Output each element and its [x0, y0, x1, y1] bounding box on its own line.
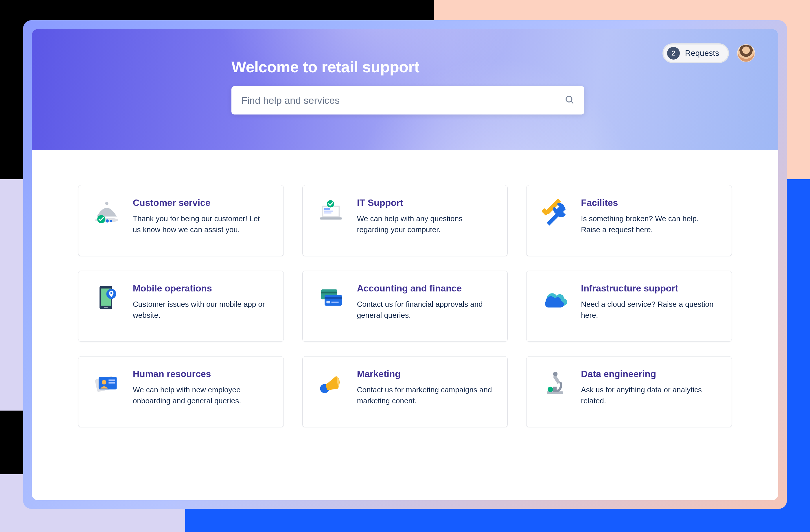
card-title: Customer service — [133, 198, 270, 208]
card-desc: Is something broken? We can help. Raise … — [581, 213, 718, 235]
search-icon — [565, 95, 574, 106]
portal-panel: 2 Requests Welcome to retail support — [32, 29, 778, 500]
svg-rect-22 — [321, 292, 337, 294]
svg-rect-34 — [553, 387, 557, 392]
svg-rect-26 — [331, 302, 338, 303]
card-desc: Contact us for financial approvals and g… — [357, 299, 494, 321]
card-title: Human resources — [133, 369, 270, 379]
card-desc: Contact us for marketing campaigns and m… — [357, 384, 494, 406]
svg-point-29 — [102, 380, 107, 384]
card-marketing[interactable]: Marketing Contact us for marketing campa… — [302, 356, 508, 427]
svg-point-3 — [105, 202, 109, 205]
card-desc: Need a cloud service? Raise a question h… — [581, 299, 718, 321]
svg-rect-23 — [325, 295, 342, 306]
svg-point-36 — [548, 387, 553, 392]
microscope-icon — [540, 369, 569, 398]
card-desc: We can help with new employee onboarding… — [133, 384, 270, 406]
svg-point-5 — [106, 219, 109, 222]
svg-point-35 — [553, 372, 558, 377]
svg-point-13 — [327, 200, 334, 207]
tools-icon — [540, 198, 569, 227]
avatar[interactable] — [737, 44, 755, 62]
card-title: Mobile operations — [133, 283, 270, 294]
card-infrastructure-support[interactable]: Infrastructure support Need a cloud serv… — [526, 271, 732, 342]
svg-rect-31 — [109, 382, 115, 384]
service-dish-icon — [92, 198, 121, 227]
svg-line-1 — [571, 101, 573, 103]
cloud-icon — [540, 283, 569, 312]
laptop-check-icon — [317, 198, 345, 227]
search-bar[interactable] — [231, 86, 584, 115]
card-desc: Customer issues with our mobile app or w… — [133, 299, 270, 321]
card-title: Marketing — [357, 369, 494, 379]
card-title: Data engineering — [581, 369, 718, 379]
svg-rect-25 — [326, 301, 330, 303]
card-customer-service[interactable]: Customer service Thank you for being our… — [78, 185, 284, 256]
card-title: Accounting and finance — [357, 283, 494, 294]
svg-point-20 — [111, 292, 112, 294]
svg-rect-9 — [320, 217, 342, 220]
megaphone-icon — [317, 369, 345, 398]
svg-rect-10 — [324, 208, 330, 210]
cards-grid: Customer service Thank you for being our… — [78, 185, 732, 427]
svg-point-6 — [110, 220, 112, 222]
card-it-support[interactable]: IT Support We can help with any question… — [302, 185, 508, 256]
gradient-frame: 2 Requests Welcome to retail support — [23, 20, 787, 509]
card-title: Infrastructure support — [581, 283, 718, 294]
svg-rect-18 — [104, 307, 108, 308]
cards-section: Customer service Thank you for being our… — [32, 150, 778, 500]
card-title: IT Support — [357, 198, 494, 208]
card-accounting-finance[interactable]: Accounting and finance Contact us for fi… — [302, 271, 508, 342]
requests-button[interactable]: 2 Requests — [662, 44, 729, 63]
requests-label: Requests — [685, 49, 719, 58]
card-desc: We can help with any questions regarding… — [357, 213, 494, 235]
card-data-engineering[interactable]: Data engineering Ask us for anything dat… — [526, 356, 732, 427]
credit-cards-icon — [317, 283, 345, 312]
id-card-icon — [92, 369, 121, 398]
search-input[interactable] — [241, 95, 565, 106]
card-mobile-operations[interactable]: Mobile operations Customer issues with o… — [78, 271, 284, 342]
svg-point-0 — [566, 96, 572, 102]
svg-rect-30 — [109, 380, 115, 381]
svg-rect-24 — [325, 297, 342, 299]
card-facilities[interactable]: Facilites Is something broken? We can he… — [526, 185, 732, 256]
page-title: Welcome to retail support — [231, 58, 660, 76]
svg-rect-11 — [324, 211, 333, 212]
mobile-pin-icon — [92, 283, 121, 312]
svg-rect-12 — [324, 213, 331, 214]
card-title: Facilites — [581, 198, 718, 208]
card-desc: Thank you for being our customer! Let us… — [133, 213, 270, 235]
card-desc: Ask us for anything data or analytics re… — [581, 384, 718, 406]
requests-count-badge: 2 — [667, 47, 680, 60]
card-human-resources[interactable]: Human resources We can help with new emp… — [78, 356, 284, 427]
hero-banner: 2 Requests Welcome to retail support — [32, 29, 778, 150]
